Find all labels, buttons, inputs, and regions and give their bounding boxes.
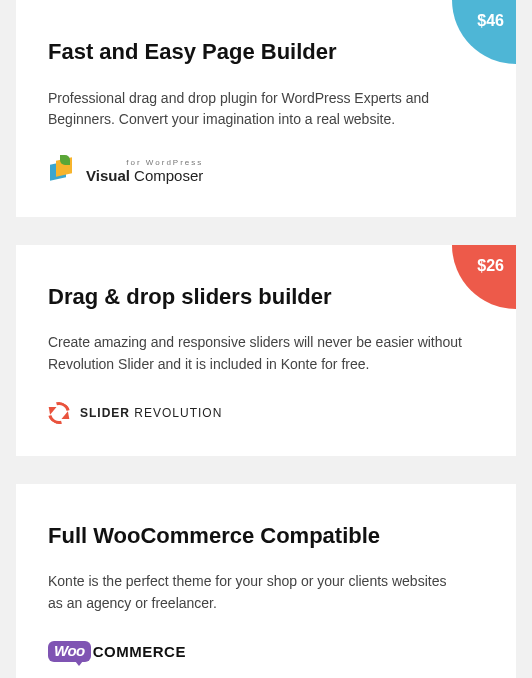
card-description: Create amazing and responsive sliders wi… (48, 332, 484, 375)
feature-card-woocommerce: Full WooCommerce Compatible Konte is the… (16, 484, 516, 678)
price-value: $46 (477, 12, 504, 30)
card-title: Full WooCommerce Compatible (48, 522, 484, 550)
feature-card-slider-revolution: $26 Drag & drop sliders builder Create a… (16, 245, 516, 456)
visual-composer-wordmark: for WordPress Visual Composer (86, 158, 203, 184)
logo-text-bold: Visual (86, 167, 134, 184)
card-description: Professional drag and drop plugin for Wo… (48, 88, 484, 131)
slider-revolution-wordmark: SLIDER REVOLUTION (80, 406, 222, 420)
logo-subtext: for WordPress (86, 158, 203, 167)
card-title: Drag & drop sliders builder (48, 283, 484, 311)
card-title: Fast and Easy Page Builder (48, 38, 484, 66)
visual-composer-icon (48, 157, 76, 185)
woocommerce-logo: Woo COMMERCE (48, 641, 484, 662)
logo-text-light: Composer (134, 167, 203, 184)
slider-revolution-logo: SLIDER REVOLUTION (48, 402, 484, 424)
woo-bubble-icon: Woo (48, 641, 91, 662)
logo-text-bold: SLIDER (80, 406, 134, 420)
visual-composer-logo: for WordPress Visual Composer (48, 157, 484, 185)
woo-wordmark: COMMERCE (93, 643, 186, 660)
feature-card-visual-composer: $46 Fast and Easy Page Builder Professio… (16, 0, 516, 217)
price-value: $26 (477, 257, 504, 275)
logo-text-light: REVOLUTION (134, 406, 222, 420)
slider-revolution-icon (48, 402, 70, 424)
card-description: Konte is the perfect theme for your shop… (48, 571, 458, 614)
